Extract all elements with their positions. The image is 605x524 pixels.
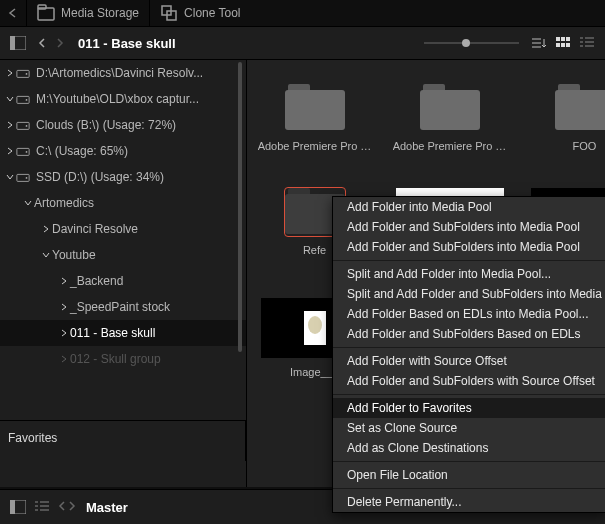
panel-toggle-icon[interactable] (6, 31, 30, 55)
svg-rect-26 (10, 500, 15, 514)
svg-point-15 (26, 99, 28, 101)
svg-rect-1 (38, 5, 46, 9)
tree-label: _SpeedPaint stock (70, 300, 170, 314)
svg-rect-8 (566, 37, 570, 41)
menu-item[interactable]: Add Folder with Source Offset (333, 351, 605, 371)
menu-separator (333, 347, 605, 348)
menu-item[interactable]: Add Folder and SubFolders with Source Of… (333, 371, 605, 391)
tree-label: _Backend (70, 274, 123, 288)
grid-folder[interactable]: FOO (517, 84, 605, 152)
svg-rect-5 (10, 36, 15, 50)
tree-item[interactable]: _SpeedPaint stock (0, 294, 246, 320)
svg-rect-16 (17, 122, 29, 129)
media-storage-label: Media Storage (61, 6, 139, 20)
drive-item[interactable]: D:\Artomedics\Davinci Resolv... (0, 60, 246, 86)
tree-label: 012 - Skull group (70, 352, 161, 366)
drive-label: D:\Artomedics\Davinci Resolv... (36, 66, 203, 80)
clone-tool-tab[interactable]: Clone Tool (150, 0, 250, 26)
context-menu: Add Folder into Media PoolAdd Folder and… (332, 196, 605, 513)
tree-label: Davinci Resolve (52, 222, 138, 236)
drive-label: M:\Youtube\OLD\xbox captur... (36, 92, 199, 106)
menu-separator (333, 461, 605, 462)
grid-folder[interactable]: Adobe Premiere Pro … (382, 84, 517, 152)
sidebar-scrollbar[interactable] (238, 62, 242, 352)
tree-item[interactable]: 012 - Skull group (0, 346, 246, 372)
footer-title: Master (86, 500, 128, 515)
drive-item[interactable]: Clouds (B:\) (Usage: 72%) (0, 112, 246, 138)
tree-label: Youtube (52, 248, 96, 262)
menu-item[interactable]: Add Folder and SubFolders into Media Poo… (333, 217, 605, 237)
svg-rect-25 (10, 500, 26, 514)
history-forward-button[interactable] (52, 33, 68, 53)
clone-tool-label: Clone Tool (184, 6, 240, 20)
drive-item[interactable]: M:\Youtube\OLD\xbox captur... (0, 86, 246, 112)
thumb-size-slider[interactable] (424, 42, 519, 44)
svg-rect-11 (566, 43, 570, 47)
svg-rect-10 (561, 43, 565, 47)
panel-toggle-footer-icon[interactable] (6, 495, 30, 519)
drive-item[interactable]: C:\ (Usage: 65%) (0, 138, 246, 164)
svg-rect-12 (17, 70, 29, 77)
tree-label: 011 - Base skull (70, 326, 155, 340)
svg-point-21 (26, 177, 28, 179)
svg-point-19 (26, 151, 28, 153)
tree-item[interactable]: _Backend (0, 268, 246, 294)
drive-item[interactable]: SSD (D:\) (Usage: 34%) (0, 164, 246, 190)
menu-item[interactable]: Add Folder and SubFolders Based on EDLs (333, 324, 605, 344)
menu-separator (333, 260, 605, 261)
menu-separator (333, 488, 605, 489)
tree-item[interactable]: Davinci Resolve (0, 216, 246, 242)
svg-rect-3 (167, 11, 176, 20)
list-footer-icon[interactable] (30, 495, 54, 519)
drive-label: Clouds (B:\) (Usage: 72%) (36, 118, 176, 132)
favorites-heading: Favorites (0, 420, 246, 461)
svg-rect-14 (17, 96, 29, 103)
sort-icon[interactable] (529, 33, 549, 53)
menu-item[interactable]: Delete Permanently... (333, 492, 605, 512)
menu-item[interactable]: Add Folder to Favorites (333, 398, 605, 418)
menu-item[interactable]: Split and Add Folder and SubFolders into… (333, 284, 605, 304)
tree-item[interactable]: Artomedics (0, 190, 246, 216)
history-back-button[interactable] (34, 33, 50, 53)
svg-rect-9 (556, 43, 560, 47)
svg-rect-0 (38, 8, 54, 20)
menu-item[interactable]: Add Folder Based on EDLs into Media Pool… (333, 304, 605, 324)
drive-label: C:\ (Usage: 65%) (36, 144, 128, 158)
svg-rect-18 (17, 148, 29, 155)
svg-rect-23 (304, 311, 326, 345)
menu-item[interactable]: Add as Clone Destinations (333, 438, 605, 458)
footer-forward-button[interactable] (68, 500, 76, 514)
grid-view-icon[interactable] (553, 33, 573, 53)
grid-folder-label: Adobe Premiere Pro … (258, 140, 372, 152)
svg-rect-6 (556, 37, 560, 41)
svg-rect-2 (162, 6, 171, 15)
menu-item[interactable]: Add Folder into Media Pool (333, 197, 605, 217)
tree-label: Artomedics (34, 196, 94, 210)
media-storage-tab[interactable]: Media Storage (27, 0, 149, 26)
tree-item[interactable]: Youtube (0, 242, 246, 268)
svg-point-13 (26, 73, 28, 75)
list-view-icon[interactable] (577, 33, 597, 53)
grid-folder-label: FOO (573, 140, 597, 152)
svg-point-17 (26, 125, 28, 127)
top-back-icon[interactable] (0, 0, 26, 26)
location-title: 011 - Base skull (78, 36, 424, 51)
menu-item[interactable]: Add Folder and SubFolders into Media Poo… (333, 237, 605, 257)
drive-label: SSD (D:\) (Usage: 34%) (36, 170, 164, 184)
tree-item-selected[interactable]: 011 - Base skull (0, 320, 246, 346)
svg-point-24 (308, 316, 322, 334)
menu-item[interactable]: Open File Location (333, 465, 605, 485)
footer-back-button[interactable] (58, 500, 66, 514)
grid-folder-label: Refe (303, 244, 326, 256)
svg-rect-4 (10, 36, 26, 50)
menu-item[interactable]: Split and Add Folder into Media Pool... (333, 264, 605, 284)
svg-rect-7 (561, 37, 565, 41)
menu-item[interactable]: Set as Clone Source (333, 418, 605, 438)
grid-folder-label: Adobe Premiere Pro … (393, 140, 507, 152)
menu-separator (333, 394, 605, 395)
svg-rect-20 (17, 174, 29, 181)
grid-folder[interactable]: Adobe Premiere Pro … (247, 84, 382, 152)
